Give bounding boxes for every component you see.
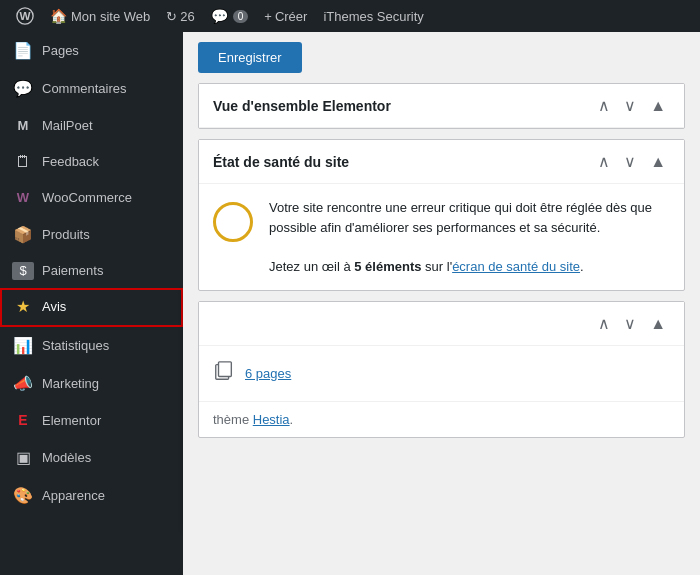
- sidebar-item-label: Statistiques: [42, 337, 173, 355]
- comments-icon: 💬: [211, 8, 228, 24]
- theme-link[interactable]: Hestia: [253, 412, 290, 427]
- theme-text: thème: [213, 412, 253, 427]
- plus-icon: +: [264, 9, 272, 24]
- sidebar-item-marketing[interactable]: 📣 Marketing: [0, 365, 183, 403]
- paiements-icon: $: [12, 262, 34, 280]
- feedback-icon: 🗒: [12, 151, 34, 173]
- statistiques-icon: 📊: [12, 335, 34, 357]
- status-body-text1: Votre site rencontre une erreur critique…: [269, 200, 652, 235]
- widget-up-btn[interactable]: ∧: [594, 150, 614, 173]
- sidebar-item-label: Commentaires: [42, 80, 173, 98]
- sidebar-item-feedback[interactable]: 🗒 Feedback: [0, 143, 183, 181]
- admin-bar: W 🏠 Mon site Web ↻ 26 💬 0 + Créer iTheme…: [0, 0, 700, 32]
- theme-period: .: [290, 412, 294, 427]
- commentaires-icon: 💬: [12, 78, 34, 100]
- sidebar: 📄 Pages 💬 Commentaires M MailPoet 🗒 Feed…: [0, 32, 183, 575]
- sidebar-item-label: MailPoet: [42, 117, 173, 135]
- sidebar-item-woocommerce[interactable]: W WooCommerce: [0, 181, 183, 215]
- sidebar-item-avis-container: ★ Avis Avis Rappels Étiquetage des avis …: [0, 288, 183, 326]
- sidebar-item-apparence[interactable]: 🎨 Apparence: [0, 477, 183, 515]
- apparence-icon: 🎨: [12, 485, 34, 507]
- site-health-link[interactable]: écran de santé du site: [452, 259, 580, 274]
- site-health-body: Votre site rencontre une erreur critique…: [199, 184, 684, 290]
- home-icon: 🏠: [50, 8, 67, 24]
- site-health-header: État de santé du site ∧ ∨ ▲: [199, 140, 684, 184]
- sidebar-item-label: Pages: [42, 42, 173, 60]
- admin-bar-home[interactable]: 🏠 Mon site Web: [42, 0, 158, 32]
- sidebar-item-label: Produits: [42, 226, 173, 244]
- sidebar-item-label: Paiements: [42, 262, 173, 280]
- pages-copy-icon: [213, 360, 235, 387]
- sidebar-item-produits[interactable]: 📦 Produits: [0, 216, 183, 254]
- sidebar-item-label: Feedback: [42, 153, 173, 171]
- status-body-text4: .: [580, 259, 584, 274]
- pages-widget: ∧ ∨ ▲ 6 pages thème Hestia.: [198, 301, 685, 438]
- pages-widget-header: ∧ ∨ ▲: [199, 302, 684, 346]
- sidebar-item-label: Modèles: [42, 449, 173, 467]
- theme-line: thème Hestia.: [199, 401, 684, 437]
- widget-down-btn[interactable]: ∨: [620, 94, 640, 117]
- sidebar-item-modeles[interactable]: ▣ Modèles: [0, 439, 183, 477]
- admin-bar-updates[interactable]: ↻ 26: [158, 0, 202, 32]
- produits-icon: 📦: [12, 224, 34, 246]
- marketing-icon: 📣: [12, 373, 34, 395]
- widget-down-btn[interactable]: ∨: [620, 312, 640, 335]
- site-health-widget: État de santé du site ∧ ∨ ▲ Votre site r…: [198, 139, 685, 291]
- admin-bar-comments[interactable]: 💬 0: [203, 0, 257, 32]
- status-body-text3: sur l': [421, 259, 452, 274]
- status-text: Votre site rencontre une erreur critique…: [269, 198, 670, 276]
- sidebar-item-label: WooCommerce: [42, 189, 173, 207]
- status-section: Votre site rencontre une erreur critique…: [213, 198, 670, 276]
- svg-text:W: W: [19, 9, 31, 22]
- widget-expand-btn[interactable]: ▲: [646, 151, 670, 173]
- site-health-title: État de santé du site: [213, 154, 588, 170]
- sidebar-item-paiements[interactable]: $ Paiements: [0, 254, 183, 288]
- status-body-text2: Jetez un œil à: [269, 259, 354, 274]
- pages-widget-title: [213, 316, 588, 332]
- sidebar-item-label: Elementor: [42, 412, 173, 430]
- elementor-widget-header: Vue d'ensemble Elementor ∧ ∨ ▲: [199, 84, 684, 128]
- wp-logo-button[interactable]: W: [8, 0, 42, 32]
- comments-count: 0: [233, 10, 249, 23]
- updates-count: 26: [180, 9, 194, 24]
- sidebar-item-mailpoet[interactable]: M MailPoet: [0, 109, 183, 143]
- status-circle: [213, 202, 253, 242]
- widget-up-btn[interactable]: ∧: [594, 94, 614, 117]
- widget-expand-btn[interactable]: ▲: [646, 95, 670, 117]
- updates-icon: ↻: [166, 9, 177, 24]
- pages-widget-body: 6 pages: [199, 346, 684, 401]
- elementor-widget-title: Vue d'ensemble Elementor: [213, 98, 588, 114]
- status-bold: 5 éléments: [354, 259, 421, 274]
- mailpoet-icon: M: [12, 117, 34, 135]
- avis-icon: ★: [12, 296, 34, 318]
- widget-expand-btn[interactable]: ▲: [646, 313, 670, 335]
- sidebar-item-commentaires[interactable]: 💬 Commentaires: [0, 70, 183, 108]
- widget-up-btn[interactable]: ∧: [594, 312, 614, 335]
- elementor-widget: Vue d'ensemble Elementor ∧ ∨ ▲: [198, 83, 685, 129]
- admin-bar-ithemes[interactable]: iThemes Security: [315, 0, 431, 32]
- sidebar-item-label: Apparence: [42, 487, 173, 505]
- sidebar-item-pages[interactable]: 📄 Pages: [0, 32, 183, 70]
- sidebar-item-avis[interactable]: ★ Avis: [0, 288, 183, 326]
- ithemes-label: iThemes Security: [323, 9, 423, 24]
- admin-bar-create[interactable]: + Créer: [256, 0, 315, 32]
- sidebar-item-label: Avis: [42, 298, 173, 316]
- sidebar-item-elementor[interactable]: E Elementor: [0, 403, 183, 439]
- main-layout: 📄 Pages 💬 Commentaires M MailPoet 🗒 Feed…: [0, 32, 700, 575]
- woocommerce-icon: W: [12, 189, 34, 207]
- pages-icon: 📄: [12, 40, 34, 62]
- site-name-label: Mon site Web: [71, 9, 150, 24]
- save-button[interactable]: Enregistrer: [198, 42, 302, 73]
- svg-rect-3: [219, 362, 232, 377]
- sidebar-item-statistiques[interactable]: 📊 Statistiques: [0, 327, 183, 365]
- elementor-icon: E: [12, 411, 34, 431]
- modeles-icon: ▣: [12, 447, 34, 469]
- create-label: Créer: [275, 9, 308, 24]
- pages-count-link[interactable]: 6 pages: [245, 366, 291, 381]
- sidebar-item-label: Marketing: [42, 375, 173, 393]
- content-area: Enregistrer Vue d'ensemble Elementor ∧ ∨…: [183, 32, 700, 575]
- widget-down-btn[interactable]: ∨: [620, 150, 640, 173]
